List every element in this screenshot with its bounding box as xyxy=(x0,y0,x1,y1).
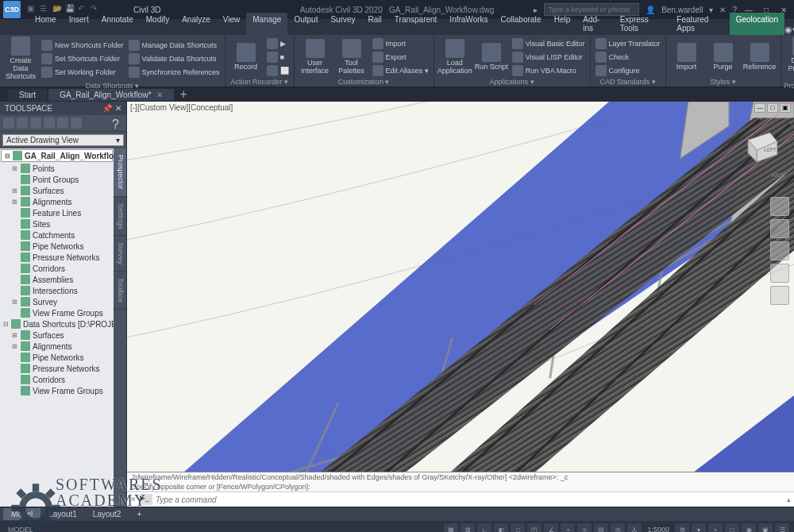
ribbon-button[interactable]: Load Application xyxy=(437,37,472,77)
menu-tab-modify[interactable]: Modify xyxy=(140,13,175,35)
status-clean-icon[interactable]: ▣ xyxy=(758,523,773,532)
menu-tab-rail[interactable]: Rail xyxy=(362,13,388,35)
status-snap-icon[interactable]: ⊞ xyxy=(461,523,475,532)
ribbon-button-small[interactable]: ⬜ xyxy=(265,64,291,77)
menu-tab-insert[interactable]: Insert xyxy=(63,13,95,35)
toolspace-tab-settings[interactable]: Settings xyxy=(114,197,126,237)
ribbon-button-small[interactable]: ▶ xyxy=(265,37,291,50)
ribbon-button-small[interactable]: ■ xyxy=(265,51,291,64)
vp-maximize-icon[interactable]: ▣ xyxy=(780,103,791,113)
toolspace-tab-toolbox[interactable]: Toolbox xyxy=(114,272,126,310)
ribbon-button-small[interactable]: Visual LISP Editor xyxy=(511,51,587,64)
qat-btn[interactable]: ▣ xyxy=(27,4,38,15)
ribbon-button-small[interactable]: Set Working Folder xyxy=(40,66,125,79)
status-monitor-icon[interactable]: + xyxy=(708,523,723,532)
ribbon-button[interactable]: Import xyxy=(669,37,704,77)
view-cube[interactable]: LEFT WCS xyxy=(741,125,784,169)
app-icon[interactable]: C3D xyxy=(3,1,21,18)
tree-node[interactable]: Pipe Networks xyxy=(0,352,114,363)
ribbon-button[interactable]: Define Property Sets xyxy=(784,37,794,81)
ribbon-button-small[interactable]: Run VBA Macro xyxy=(511,64,587,77)
menu-tab-view[interactable]: View xyxy=(217,13,247,35)
ribbon-group-label[interactable]: Customization ▾ xyxy=(298,77,430,87)
qat-btn[interactable]: 📂 xyxy=(52,4,64,15)
menu-tab-collaborate[interactable]: Collaborate xyxy=(495,13,548,35)
nav-orbit-icon[interactable] xyxy=(770,264,789,283)
tree-node[interactable]: View Frame Groups xyxy=(0,385,114,396)
menu-tab-featured-apps[interactable]: Featured Apps xyxy=(670,13,729,35)
command-input[interactable] xyxy=(156,495,787,504)
status-scale[interactable]: 1:5000 xyxy=(644,526,673,532)
nav-zoom-icon[interactable] xyxy=(770,241,789,260)
vp-restore-icon[interactable]: □ xyxy=(767,103,778,113)
menu-tab-annotate[interactable]: Annotate xyxy=(95,13,140,35)
menu-tab-output[interactable]: Output xyxy=(287,13,324,35)
ribbon-button[interactable]: Run Script xyxy=(474,37,509,77)
status-gear-icon[interactable]: ⚙ xyxy=(675,523,689,532)
ribbon-button[interactable]: Tool Palettes xyxy=(334,37,369,77)
expand-icon[interactable]: ⊞ xyxy=(11,299,18,306)
ts-help-icon[interactable]: ? xyxy=(112,118,123,129)
menu-tab-geolocation[interactable]: Geolocation xyxy=(730,13,784,35)
tree-node[interactable]: Point Groups xyxy=(0,174,114,185)
tree-node[interactable]: View Frame Groups xyxy=(0,307,114,318)
model-viewport[interactable]: [-][Custom View][Conceptual] ― □ ▣ LEFT … xyxy=(127,102,794,507)
status-dyn-icon[interactable]: + xyxy=(561,523,575,532)
command-close-icon[interactable]: ✕ xyxy=(130,495,137,503)
menu-tab-survey[interactable]: Survey xyxy=(324,13,361,35)
ribbon-button[interactable]: Reference xyxy=(742,37,777,77)
expand-icon[interactable]: ⊟ xyxy=(5,152,10,160)
nav-wheel-icon[interactable] xyxy=(770,197,789,216)
ribbon-button-small[interactable]: Edit Aliases ▾ xyxy=(371,64,430,77)
ribbon-button-small[interactable]: Export xyxy=(371,51,430,64)
ts-tool-btn[interactable] xyxy=(3,118,14,129)
wcs-label[interactable]: WCS xyxy=(741,172,784,178)
tree-node[interactable]: ⊟GA_Rail_Align_Workflow xyxy=(1,149,113,162)
ts-tool-btn[interactable] xyxy=(57,118,68,129)
status-model-label[interactable]: MODEL xyxy=(5,526,33,532)
layout-tab[interactable]: Model xyxy=(3,508,40,520)
expand-icon[interactable]: ⊞ xyxy=(11,165,18,172)
prospector-tree[interactable]: ⊟GA_Rail_Align_Workflow⊞PointsPoint Grou… xyxy=(0,148,114,507)
viewport-label[interactable]: [-][Custom View][Conceptual] xyxy=(130,103,233,112)
toolspace-view-dropdown[interactable]: Active Drawing View▾ xyxy=(2,134,124,146)
status-grid-icon[interactable]: ▦ xyxy=(444,523,458,532)
toolspace-tab-prospector[interactable]: Prospector xyxy=(114,148,126,197)
tree-node[interactable]: Assemblies xyxy=(0,274,114,285)
expand-icon[interactable]: ⊞ xyxy=(11,199,18,206)
ribbon-button[interactable]: Create Data Shortcuts xyxy=(3,37,38,81)
status-3dosnap-icon[interactable]: ◫ xyxy=(527,523,542,532)
ribbon-group-label[interactable]: Styles ▾ xyxy=(669,77,777,87)
ribbon-group-label[interactable]: CAD Standards ▾ xyxy=(594,77,662,87)
status-hardware-icon[interactable]: ◉ xyxy=(742,523,756,532)
ribbon-button[interactable]: Record xyxy=(229,37,264,77)
ribbon-button-small[interactable]: Manage Data Shortcuts xyxy=(127,39,222,52)
status-cycling-icon[interactable]: ◎ xyxy=(611,523,625,532)
ribbon-button-small[interactable]: Check xyxy=(594,51,662,64)
layout-tab[interactable]: Layout2 xyxy=(85,508,129,520)
add-layout-button[interactable]: + xyxy=(129,508,149,520)
ribbon-button[interactable]: Purge xyxy=(706,37,741,77)
document-tab[interactable]: GA_Rail_Align_Workflow*✕ xyxy=(48,89,173,101)
expand-icon[interactable]: ⊞ xyxy=(11,187,18,195)
status-otrack-icon[interactable]: ∠ xyxy=(544,523,558,532)
tree-node[interactable]: Feature Lines xyxy=(0,207,114,218)
status-annotation-icon[interactable]: 人 xyxy=(627,523,642,532)
expand-icon[interactable]: ⊞ xyxy=(11,332,18,339)
command-recent-icon[interactable]: ▴ xyxy=(787,495,791,503)
ribbon-button-small[interactable]: Import xyxy=(371,37,430,50)
tree-node[interactable]: Pressure Networks xyxy=(0,252,114,263)
tree-node[interactable]: ⊟Data Shortcuts [D:\PROJECTS\Rail Work..… xyxy=(0,318,114,330)
tree-node[interactable]: ⊞Surfaces xyxy=(0,330,114,341)
nav-showmotion-icon[interactable] xyxy=(770,286,789,305)
menu-tab-transparent[interactable]: Transparent xyxy=(388,13,444,35)
toolspace-tab-survey[interactable]: Survey xyxy=(114,236,126,272)
ribbon-button-small[interactable]: Synchronize References xyxy=(127,66,222,79)
nav-pan-icon[interactable] xyxy=(770,219,789,238)
tree-node[interactable]: Corridors xyxy=(0,263,114,274)
ribbon-button-small[interactable]: Configure xyxy=(594,64,662,77)
menu-tab-home[interactable]: Home xyxy=(29,13,63,35)
new-document-button[interactable]: + xyxy=(175,86,192,103)
tree-node[interactable]: ⊞Surfaces xyxy=(0,185,114,196)
status-osnap-icon[interactable]: □ xyxy=(511,523,525,532)
